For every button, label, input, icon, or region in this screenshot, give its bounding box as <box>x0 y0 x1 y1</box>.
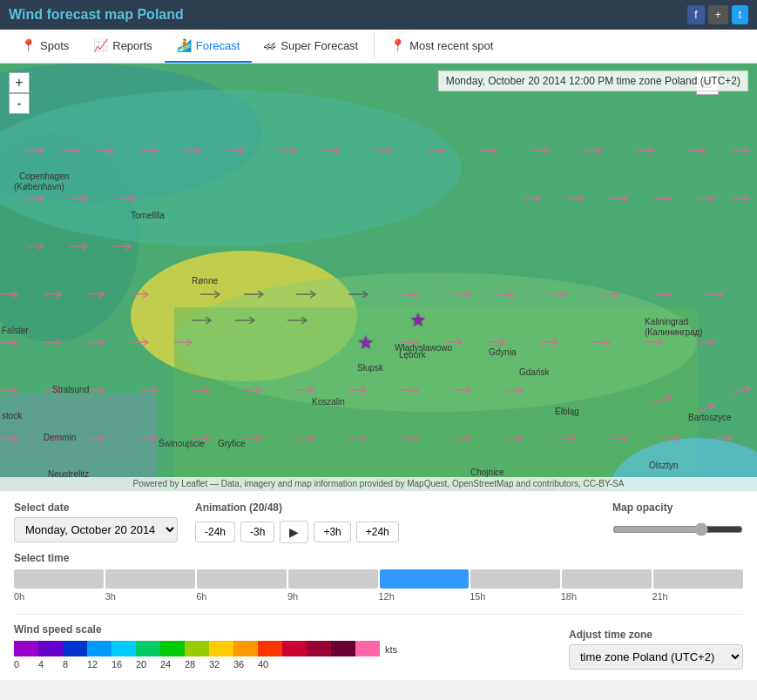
wind-color-14 <box>355 641 380 656</box>
spots-icon: 📍 <box>21 38 36 52</box>
opacity-label: Map opacity <box>612 501 743 514</box>
time-seg-21[interactable] <box>653 569 743 589</box>
time-seg-9[interactable] <box>288 569 378 589</box>
controls-top-row: Select date Monday, October 20 2014 Anim… <box>14 501 743 543</box>
nav-mostrecent-label: Most recent spot <box>409 39 493 52</box>
controls-panel: Select date Monday, October 20 2014 Anim… <box>0 490 757 680</box>
svg-text:Słupsk: Słupsk <box>357 363 384 373</box>
wind-scale-label: Wind speed scale <box>14 623 397 636</box>
wind-tick-20: 20 <box>136 659 160 670</box>
wind-color-9 <box>233 641 258 656</box>
anim-minus24-button[interactable]: -24h <box>195 522 235 542</box>
page-title: Wind forecast map Poland <box>9 7 184 23</box>
wind-scale-ticks: 0 4 8 12 16 20 24 28 32 36 40 <box>14 659 397 670</box>
superforecast-icon: 🏎 <box>264 38 276 52</box>
map-svg: Copenhagen (København) Rønne Falster Str… <box>0 64 757 490</box>
map-container[interactable]: Copenhagen (København) Rønne Falster Str… <box>0 64 757 490</box>
time-ticks: 0h 3h 6h 9h 12h 15h 18h 21h <box>14 591 743 602</box>
forecast-icon: 🏄 <box>177 38 192 52</box>
svg-text:Gdańsk: Gdańsk <box>519 367 550 377</box>
wind-color-0 <box>14 641 38 656</box>
wind-scale: Wind speed scale <box>14 623 397 670</box>
wind-color-2 <box>63 641 87 656</box>
tick-12h: 12h <box>379 591 470 602</box>
nav-spots-label: Spots <box>40 39 69 52</box>
wind-tick-32: 32 <box>209 659 233 670</box>
time-seg-15[interactable] <box>470 569 560 589</box>
svg-text:Gdynia: Gdynia <box>489 347 517 357</box>
svg-point-6 <box>174 273 697 412</box>
nav-mostrecent[interactable]: 📍 Most recent spot <box>378 30 505 63</box>
twitter-button[interactable]: t <box>732 5 748 24</box>
svg-text:Bartoszyce: Bartoszyce <box>688 413 732 422</box>
anim-plus3-button[interactable]: +3h <box>314 522 350 542</box>
nav-superforecast-label: Super Forecast <box>280 39 358 52</box>
wind-color-5 <box>136 641 160 656</box>
spot-marker-2[interactable]: ★ <box>409 309 427 332</box>
spot-marker-1[interactable]: ★ <box>357 332 375 354</box>
map-attribution: Powered by Leaflet — Data, imagery and m… <box>0 477 757 490</box>
wind-tick-4: 4 <box>38 659 63 670</box>
time-section: Select time 0h 3h 6h 9h 12h 15h 18h 21h <box>14 552 743 602</box>
svg-text:(Калининград): (Калининград) <box>645 327 703 337</box>
date-select[interactable]: Monday, October 20 2014 <box>14 517 178 542</box>
wind-color-10 <box>258 641 282 656</box>
svg-text:Kaliningrad: Kaliningrad <box>645 317 688 326</box>
wind-tick-36: 36 <box>233 659 258 670</box>
wind-color-3 <box>87 641 112 656</box>
svg-text:Władysławowo: Władysławowo <box>395 343 453 353</box>
nav-superforecast[interactable]: 🏎 Super Forecast <box>252 30 370 63</box>
tick-0h: 0h <box>14 591 105 602</box>
wind-color-13 <box>331 641 355 656</box>
svg-text:Stralsund: Stralsund <box>52 385 89 394</box>
nav-spots[interactable]: 📍 Spots <box>9 30 81 63</box>
date-control: Select date Monday, October 20 2014 <box>14 501 178 542</box>
zoom-out-button[interactable]: - <box>9 93 30 114</box>
tick-6h: 6h <box>196 591 287 602</box>
star-icon-2: ★ <box>409 309 427 331</box>
svg-text:Tomellila: Tomellila <box>131 211 165 220</box>
anim-play-button[interactable]: ▶ <box>280 521 308 543</box>
svg-text:Koszalin: Koszalin <box>312 397 345 407</box>
svg-text:Falster: Falster <box>2 326 29 335</box>
wind-tick-28: 28 <box>185 659 209 670</box>
anim-minus3-button[interactable]: -3h <box>240 522 274 542</box>
facebook-button[interactable]: f <box>687 5 704 24</box>
svg-text:Świnoujście: Świnoujście <box>159 438 205 448</box>
svg-text:Copenhagen: Copenhagen <box>19 172 69 181</box>
time-seg-18[interactable] <box>562 569 652 589</box>
nav-divider <box>374 33 375 59</box>
mostrecent-icon: 📍 <box>390 38 405 52</box>
svg-text:Demmin: Demmin <box>44 433 76 442</box>
nav-reports[interactable]: 📈 Reports <box>81 30 165 63</box>
timezone-select[interactable]: time zone Poland (UTC+2)UTCUTC+1UTC+3 <box>569 644 743 670</box>
opacity-slider[interactable] <box>612 522 743 536</box>
wind-tick-0: 0 <box>14 659 38 670</box>
svg-text:stock: stock <box>2 411 23 421</box>
nav-forecast[interactable]: 🏄 Forecast <box>165 30 253 63</box>
time-bar <box>14 569 743 589</box>
reports-icon: 📈 <box>93 38 108 52</box>
star-icon-1: ★ <box>357 332 375 353</box>
opacity-control: Map opacity <box>612 501 743 536</box>
nav-reports-label: Reports <box>112 39 152 52</box>
tick-3h: 3h <box>105 591 197 602</box>
svg-text:(København): (København) <box>14 182 64 192</box>
tick-9h: 9h <box>287 591 379 602</box>
time-seg-3[interactable] <box>105 569 195 589</box>
svg-text:Rønne: Rønne <box>192 276 218 286</box>
time-seg-6[interactable] <box>197 569 287 589</box>
wind-tick-12: 12 <box>87 659 112 670</box>
time-label: Select time <box>14 552 743 564</box>
wind-tick-8: 8 <box>63 659 87 670</box>
time-seg-12[interactable] <box>380 569 470 589</box>
wind-tick-16: 16 <box>112 659 136 670</box>
anim-plus24-button[interactable]: +24h <box>356 522 399 542</box>
zoom-in-button[interactable]: + <box>9 72 30 93</box>
timezone-section: Adjust time zone time zone Poland (UTC+2… <box>569 629 743 670</box>
map-timestamp: Monday, October 20 2014 12:00 PM time zo… <box>438 71 748 91</box>
time-seg-0[interactable] <box>14 569 104 589</box>
plus-button[interactable]: + <box>708 5 728 24</box>
nav-forecast-label: Forecast <box>196 39 240 52</box>
tick-21h: 21h <box>652 591 743 602</box>
